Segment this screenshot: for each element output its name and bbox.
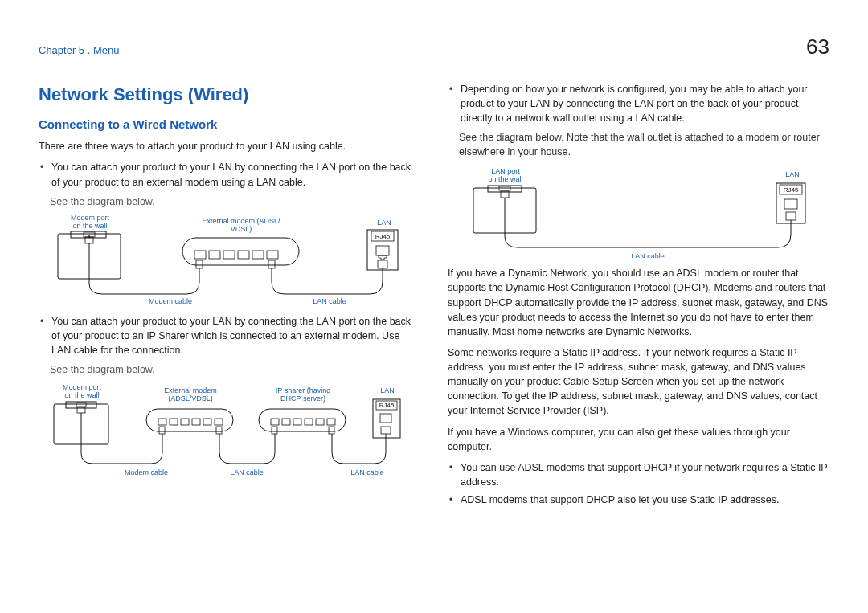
diagram-label: DHCP server) (280, 394, 326, 403)
svg-rect-4 (194, 251, 206, 259)
svg-rect-36 (380, 414, 391, 423)
diagram-wall-direct: LAN port on the wall RJ45 LAN LAN cable (459, 166, 813, 258)
svg-rect-21 (158, 419, 166, 425)
svg-rect-48 (784, 199, 797, 209)
section-title: Network Settings (Wired) (39, 82, 420, 108)
diagram-label: RJ45 (375, 233, 391, 240)
svg-rect-30 (293, 419, 301, 425)
svg-rect-38 (159, 427, 165, 434)
svg-rect-24 (192, 419, 200, 425)
diagram-label: Modem port (71, 214, 110, 222)
svg-rect-25 (203, 419, 211, 425)
diagram-label: IP sharer (having (276, 386, 330, 394)
body-text: If you have a Windows computer, you can … (448, 425, 829, 454)
body-text: Some networks require a Static IP addres… (448, 345, 829, 419)
svg-rect-5 (209, 251, 220, 259)
diagram-label: (ADSL/VDSL) (168, 394, 213, 403)
svg-rect-7 (238, 251, 249, 259)
bullet-item: Depending on how your network is configu… (449, 82, 829, 125)
svg-rect-41 (329, 427, 334, 434)
diagram-label: LAN (380, 386, 395, 394)
diagram-label: LAN cable (230, 468, 264, 476)
svg-rect-31 (305, 419, 313, 425)
see-diagram: See the diagram below. (50, 194, 420, 209)
svg-rect-9 (267, 251, 278, 259)
svg-rect-39 (216, 427, 222, 434)
diagram-label: LAN cable (350, 468, 384, 476)
diagram-label: LAN cable (631, 252, 665, 258)
svg-rect-26 (215, 419, 223, 425)
svg-rect-28 (271, 419, 279, 425)
page-number: 63 (806, 32, 829, 63)
diagram-label: on the wall (72, 222, 107, 230)
svg-rect-32 (316, 419, 324, 425)
diagram-label: LAN cable (313, 297, 346, 305)
see-diagram: See the diagram below. Note that the wal… (459, 130, 829, 159)
diagram-label: Modem cable (149, 297, 192, 305)
svg-rect-3 (182, 238, 299, 265)
diagram-label: RJ45 (784, 186, 799, 194)
svg-rect-14 (196, 260, 203, 268)
subsection-title: Connecting to a Wired Network (39, 116, 420, 133)
chapter-label: Chapter 5 . Menu (39, 43, 119, 59)
svg-rect-29 (282, 419, 290, 425)
svg-rect-16 (378, 260, 387, 268)
diagram-label: on the wall (488, 175, 522, 183)
diagram-ip-sharer: Modem port on the wall External modem (A… (50, 382, 403, 478)
see-diagram: See the diagram below. (50, 362, 420, 377)
diagram-label: LAN port (491, 167, 520, 175)
diagram-label: VDSL) (231, 225, 252, 233)
svg-rect-12 (376, 246, 389, 255)
svg-rect-50 (786, 212, 796, 220)
diagram-label: Modem port (63, 383, 102, 391)
bullet-item: You can use ADSL modems that support DHC… (449, 460, 829, 489)
intro-text: There are three ways to attach your prod… (39, 139, 420, 153)
bullet-item: ADSL modems that support DHCP also let y… (449, 492, 829, 507)
svg-rect-8 (252, 251, 264, 259)
diagram-label: LAN (785, 170, 800, 178)
svg-rect-42 (381, 427, 391, 434)
svg-rect-33 (327, 419, 335, 425)
diagram-label: External modem (ADSL/ (202, 217, 280, 225)
svg-rect-22 (170, 419, 178, 425)
bullet-item: You can attach your product to your LAN … (40, 160, 420, 189)
svg-rect-15 (268, 260, 275, 268)
diagram-modem-direct: Modem port on the wall External modem (A… (50, 214, 403, 306)
diagram-label: LAN (377, 219, 391, 227)
bullet-item: You can attach your product to your LAN … (40, 314, 420, 358)
diagram-label: on the wall (64, 391, 99, 399)
body-text: If you have a Dynamic Network, you shoul… (448, 266, 829, 339)
diagram-label: External modem (164, 386, 217, 394)
diagram-label: Modem cable (125, 468, 168, 476)
svg-rect-40 (272, 427, 277, 434)
svg-rect-23 (181, 419, 189, 425)
diagram-label: RJ45 (379, 402, 395, 409)
svg-rect-6 (223, 251, 235, 259)
